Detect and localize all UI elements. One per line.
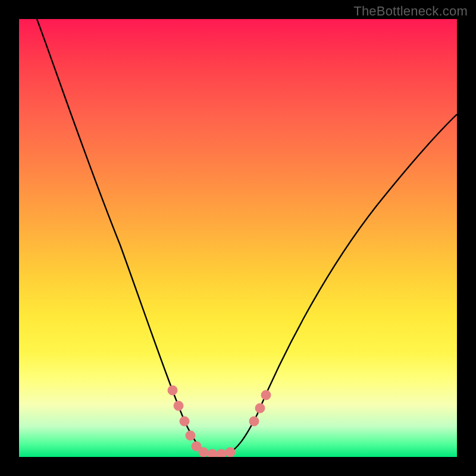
marker-dot [226,447,235,457]
marker-dot [199,447,208,457]
marker-dot [255,403,265,413]
marker-group-right [249,390,271,426]
marker-dot [168,386,177,395]
marker-dot [208,449,217,457]
marker-dot [186,431,195,440]
watermark-text: TheBottleneck.com [353,4,468,19]
marker-group-left [168,386,235,457]
marker-dot [180,416,189,426]
marker-dot [261,390,271,400]
bottleneck-curve [19,19,457,457]
marker-dot [249,416,259,426]
marker-dot [217,449,226,457]
plot-area [19,19,457,457]
marker-dot [174,401,183,411]
chart-frame: TheBottleneck.com [0,0,476,476]
curve-path [37,19,457,453]
